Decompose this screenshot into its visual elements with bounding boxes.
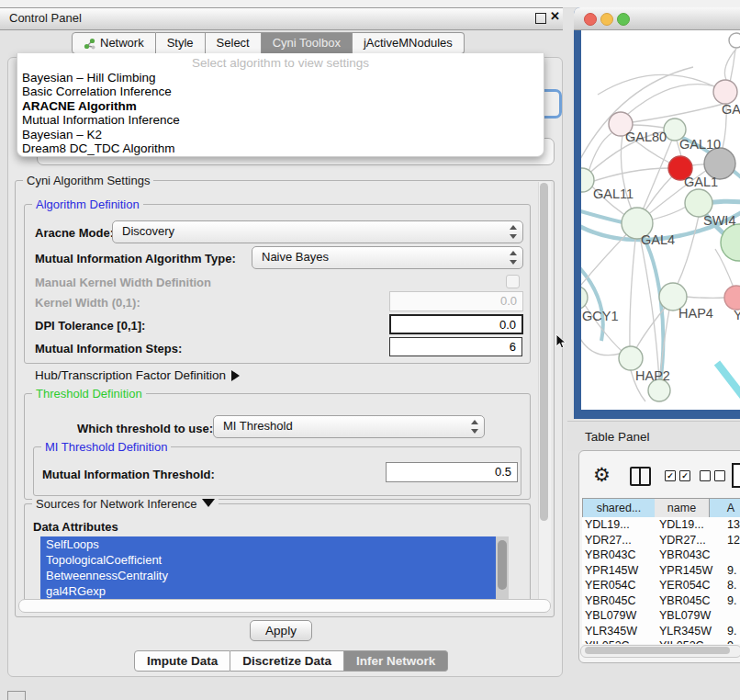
aracne-mode-value: Discovery [122, 224, 174, 238]
tab-style[interactable]: Style [156, 32, 206, 54]
kernel-width-field[interactable]: 0.0 [389, 291, 523, 311]
table-cell: YBR045C [585, 593, 636, 609]
application-window: Control Panel ✕ NetworkStyleSelectCyni T… [0, 0, 740, 700]
table-cell: YBL079W [585, 608, 636, 624]
gear-icon[interactable]: ⚙ [593, 464, 611, 486]
network-node[interactable] [724, 286, 740, 310]
mi-steps-field[interactable]: 6 [389, 337, 522, 356]
algorithm-option-basic-correlation-inference[interactable]: Basic Correlation Inference [17, 85, 544, 98]
apply-button[interactable]: Apply [250, 620, 312, 641]
dropdown-prompt: Select algorithm to view settings [17, 55, 544, 71]
node-label: Y [734, 308, 740, 322]
attribute-item-betweennesscentrality[interactable]: BetweennessCentrality [40, 568, 509, 583]
table-row[interactable]: YDL19...YDL19...13 [582, 517, 740, 533]
tab-select[interactable]: Select [206, 32, 262, 54]
attribute-item-topologicalcoefficient[interactable]: TopologicalCoefficient [40, 552, 509, 568]
table-row[interactable]: YBL079WYBL079W [582, 608, 740, 624]
tab-cyni-toolbox[interactable]: Cyni Toolbox [262, 32, 353, 54]
algorithm-definition-title: Algorithm Definition [32, 198, 143, 211]
tab-jactivemnodules[interactable]: jActiveMNodules [353, 32, 465, 54]
column-header-shared-[interactable]: shared... [582, 498, 656, 518]
algorithm-option-aracne-algorithm[interactable]: ARACNE Algorithm [17, 99, 544, 113]
data-attributes-list[interactable]: SelfLoopsTopologicalCoefficientBetweenne… [40, 536, 509, 599]
network-edge [686, 297, 724, 298]
mi-threshold-field[interactable]: 0.5 [386, 462, 518, 482]
table-cell: 9. [727, 593, 736, 609]
manual-kernel-checkbox[interactable] [506, 275, 520, 288]
table-horizontal-scrollbar-thumb[interactable] [585, 647, 730, 654]
table-row[interactable]: YDR27...YDR27...12 [582, 533, 740, 548]
settings-horizontal-scrollbar[interactable] [18, 599, 551, 613]
attribute-item-gal4rgexp[interactable]: gal4RGexp [40, 583, 509, 599]
network-node[interactable] [581, 168, 594, 192]
table-cell: 9. [727, 563, 736, 579]
minimize-traffic-light-icon[interactable] [600, 13, 613, 26]
which-threshold-label: Which threshold to use: [77, 422, 213, 435]
tab-label: Select [217, 33, 250, 53]
network-edge [717, 363, 740, 403]
stepper-arrows-icon [509, 251, 517, 265]
close-icon[interactable]: ✕ [550, 9, 560, 23]
network-node[interactable] [619, 346, 643, 370]
hub-definition-expander[interactable]: Hub/Transcription Factor Definition [35, 368, 240, 382]
bottom-tab-impute-data[interactable]: Impute Data [134, 650, 230, 672]
table-cell: YER054C [659, 578, 711, 593]
bottom-tab-bar: Impute DataDiscretize DataInfer Network [134, 650, 448, 672]
which-threshold-combo[interactable]: MI Threshold [213, 415, 485, 438]
network-node[interactable] [713, 80, 737, 104]
tab-label: Style [167, 33, 194, 53]
attr-list-scrollbar-thumb[interactable] [498, 540, 507, 590]
document-icon[interactable] [732, 463, 740, 488]
table-rows[interactable]: YDL19...YDL19...13YDR27...YDR27...12YBR0… [582, 517, 740, 644]
table-cell: 9. [727, 638, 736, 644]
sources-title[interactable]: Sources for Network Inference [32, 497, 219, 511]
network-canvas[interactable]: GALGAL80GAL10GAL1GAL11SWI4GAL4GCY1HAP4YH… [581, 30, 740, 410]
algorithm-option-bayesian-hill-climbing[interactable]: Bayesian – Hill Climbing [17, 71, 544, 85]
table-cell: YLR345W [585, 624, 637, 639]
table-panel-title: Table Panel [585, 430, 650, 444]
node-label: GAL10 [679, 137, 721, 152]
table-row[interactable]: YBR045CYBR045C9. [582, 593, 740, 609]
aracne-mode-combo[interactable]: Discovery [112, 220, 523, 243]
table-row[interactable]: YBR043CYBR043C [582, 548, 740, 563]
bottom-tab-infer-network[interactable]: Infer Network [344, 650, 448, 672]
tab-label: jActiveMNodules [364, 33, 453, 53]
table-row[interactable]: YLR345WYLR345W9. [582, 624, 740, 639]
network-node[interactable] [721, 224, 740, 261]
algorithm-option-mutual-information-inference[interactable]: Mutual Information Inference [17, 113, 544, 127]
mi-type-label: Mutual Information Algorithm Type: [35, 252, 236, 265]
table-cell: YBR043C [585, 548, 636, 563]
table-row[interactable]: YIL052CYIL052C9. [582, 638, 740, 644]
selected-checkboxes-icon[interactable]: ✓✓ [665, 470, 690, 481]
settings-scrollbar-thumb[interactable] [540, 183, 548, 521]
unselected-checkboxes-icon[interactable] [700, 470, 725, 481]
table-cell: YIL052C [585, 638, 630, 644]
algorithm-option-dream8-dc-tdc-algorithm[interactable]: Dream8 DC_TDC Algorithm [17, 141, 544, 155]
algorithm-dropdown-list: Select algorithm to view settings Bayesi… [17, 53, 544, 157]
bottom-tab-discretize-data[interactable]: Discretize Data [230, 650, 344, 672]
bottom-left-partial-widget[interactable] [7, 691, 26, 700]
threshold-definition-title: Threshold Definition [32, 387, 146, 401]
network-node[interactable] [581, 286, 588, 310]
zoom-traffic-light-icon[interactable] [617, 13, 630, 26]
table-cell: YBL079W [659, 608, 711, 624]
float-window-icon[interactable] [535, 13, 546, 24]
dpi-tolerance-field[interactable]: 0.0 [389, 314, 523, 334]
attribute-item-selfloops[interactable]: SelfLoops [40, 536, 509, 552]
column-header-a[interactable]: A [710, 498, 740, 518]
stepper-arrows-icon [509, 225, 517, 239]
table-row[interactable]: YER054CYER054C8. [582, 578, 740, 593]
network-node[interactable] [729, 33, 740, 48]
mi-type-combo[interactable]: Naive Bayes [252, 246, 523, 269]
column-header-name[interactable]: name [655, 498, 710, 518]
table-cell: YBR045C [659, 593, 711, 609]
control-panel-titlebar [0, 7, 563, 30]
cyni-settings-title: Cyni Algorithm Settings [23, 174, 153, 187]
split-columns-icon[interactable] [630, 467, 651, 486]
table-cell: YPR145W [659, 563, 712, 579]
close-traffic-light-icon[interactable] [584, 13, 597, 26]
algorithm-option-bayesian-k2[interactable]: Bayesian – K2 [17, 128, 544, 141]
tab-bar: NetworkStyleSelectCyni ToolboxjActiveMNo… [72, 32, 465, 54]
tab-network[interactable]: Network [72, 32, 156, 54]
table-row[interactable]: YPR145WYPR145W9. [582, 563, 740, 579]
